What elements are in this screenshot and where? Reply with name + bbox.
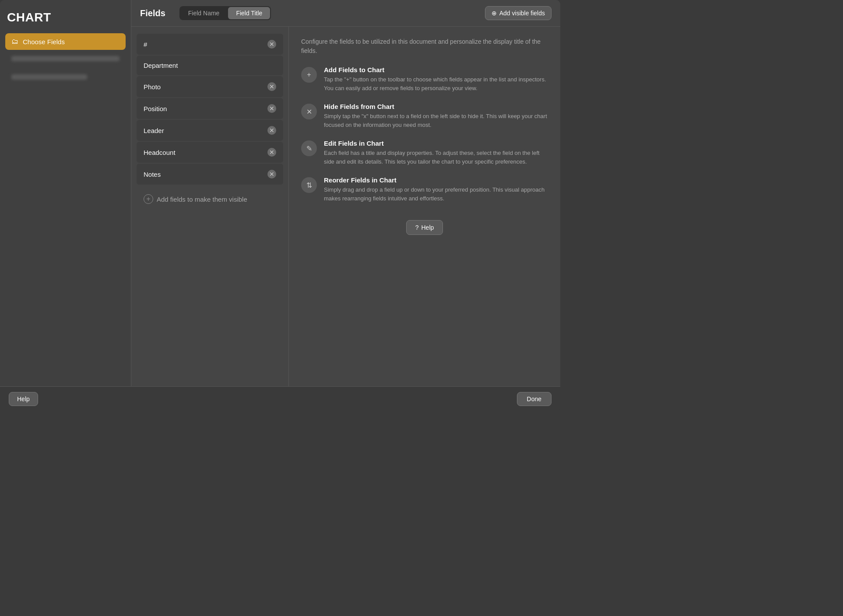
- fields-list: # ✕ Department Photo ✕ Position ✕: [131, 27, 289, 386]
- field-label-hash: #: [144, 41, 147, 48]
- sidebar-blurred-item-1: [5, 52, 126, 68]
- remove-photo-button[interactable]: ✕: [267, 82, 276, 91]
- field-item-photo[interactable]: Photo ✕: [137, 76, 283, 97]
- hide-fields-help-title: Hide Fields from Chart: [324, 103, 548, 110]
- add-fields-content: Add Fields to Chart Tap the "+" button o…: [324, 66, 548, 92]
- help-intro: Configure the fields to be utilized in t…: [301, 37, 548, 56]
- main-content: CHART 🗂 Choose Fields Fields Field Name …: [0, 0, 560, 386]
- field-label-leader: Leader: [144, 127, 164, 134]
- help-panel: Configure the fields to be utilized in t…: [289, 27, 560, 386]
- help-section-reorder-fields: ⇅ Reorder Fields in Chart Simply drag an…: [301, 176, 548, 203]
- remove-hash-button[interactable]: ✕: [267, 40, 276, 49]
- fields-title: Fields: [140, 8, 165, 18]
- toggle-field-title[interactable]: Field Title: [228, 7, 270, 19]
- field-item-hash[interactable]: # ✕: [137, 34, 283, 55]
- add-visible-fields-button[interactable]: ⊕ Add visible fields: [485, 6, 551, 20]
- field-item-position[interactable]: Position ✕: [137, 98, 283, 119]
- hide-fields-help-body: Simply tap the "x" button next to a fiel…: [324, 112, 548, 129]
- field-label-headcount: Headcount: [144, 149, 176, 156]
- add-fields-label: Add fields to make them visible: [157, 196, 247, 203]
- content-area: # ✕ Department Photo ✕ Position ✕: [131, 27, 560, 386]
- footer-help-button[interactable]: Help: [9, 392, 38, 406]
- blur-line-1: [11, 56, 119, 61]
- remove-headcount-button[interactable]: ✕: [267, 148, 276, 157]
- sidebar-item-label: Choose Fields: [23, 38, 65, 46]
- field-label-department: Department: [144, 62, 178, 69]
- sidebar-title: CHART: [5, 7, 126, 33]
- help-section-hide-fields: ✕ Hide Fields from Chart Simply tap the …: [301, 103, 548, 129]
- choose-fields-icon: 🗂: [11, 38, 18, 46]
- remove-position-button[interactable]: ✕: [267, 104, 276, 113]
- top-bar: Fields Field Name Field Title ⊕ Add visi…: [131, 0, 560, 27]
- field-label-notes: Notes: [144, 171, 161, 178]
- done-button[interactable]: Done: [517, 392, 551, 406]
- toggle-field-name[interactable]: Field Name: [180, 7, 228, 19]
- add-fields-plus-icon: ⊕: [492, 10, 497, 17]
- add-fields-help-icon: +: [301, 67, 317, 83]
- hide-fields-content: Hide Fields from Chart Simply tap the "x…: [324, 103, 548, 129]
- edit-fields-help-icon: ✎: [301, 140, 317, 156]
- field-item-department[interactable]: Department: [137, 56, 283, 75]
- edit-fields-content: Edit Fields in Chart Each field has a ti…: [324, 140, 548, 166]
- reorder-fields-help-body: Simply drag and drop a field up or down …: [324, 186, 548, 203]
- add-fields-circle-icon: +: [144, 194, 153, 204]
- field-item-notes[interactable]: Notes ✕: [137, 164, 283, 185]
- reorder-fields-help-icon: ⇅: [301, 177, 317, 193]
- help-panel-button[interactable]: ? Help: [406, 220, 443, 235]
- right-panel: Fields Field Name Field Title ⊕ Add visi…: [131, 0, 560, 386]
- remove-notes-button[interactable]: ✕: [267, 170, 276, 178]
- sidebar-blurred-item-2: [5, 70, 126, 87]
- help-btn-icon: ?: [415, 224, 419, 231]
- help-btn-label: Help: [422, 224, 434, 231]
- blur-line-2: [11, 74, 87, 80]
- field-item-leader[interactable]: Leader ✕: [137, 120, 283, 141]
- field-label-photo: Photo: [144, 83, 161, 91]
- add-fields-help-body: Tap the "+" button on the toolbar to cho…: [324, 75, 548, 92]
- sidebar-item-choose-fields[interactable]: 🗂 Choose Fields: [5, 33, 126, 50]
- app-window: CHART 🗂 Choose Fields Fields Field Name …: [0, 0, 560, 411]
- help-section-edit-fields: ✎ Edit Fields in Chart Each field has a …: [301, 140, 548, 166]
- add-fields-btn-label: Add visible fields: [499, 10, 545, 17]
- reorder-fields-content: Reorder Fields in Chart Simply drag and …: [324, 176, 548, 203]
- add-fields-row[interactable]: + Add fields to make them visible: [137, 188, 283, 210]
- sidebar: CHART 🗂 Choose Fields: [0, 0, 131, 386]
- edit-fields-help-body: Each field has a title and display prope…: [324, 149, 548, 166]
- hide-fields-help-icon: ✕: [301, 104, 317, 119]
- remove-leader-button[interactable]: ✕: [267, 126, 276, 135]
- toggle-group: Field Name Field Title: [179, 6, 271, 20]
- add-fields-help-title: Add Fields to Chart: [324, 66, 548, 74]
- edit-fields-help-title: Edit Fields in Chart: [324, 140, 548, 147]
- field-item-headcount[interactable]: Headcount ✕: [137, 142, 283, 163]
- field-label-position: Position: [144, 105, 167, 112]
- reorder-fields-help-title: Reorder Fields in Chart: [324, 176, 548, 184]
- help-section-add-fields: + Add Fields to Chart Tap the "+" button…: [301, 66, 548, 92]
- help-button-row: ? Help: [301, 220, 548, 235]
- bottom-bar: Help Done: [0, 386, 560, 411]
